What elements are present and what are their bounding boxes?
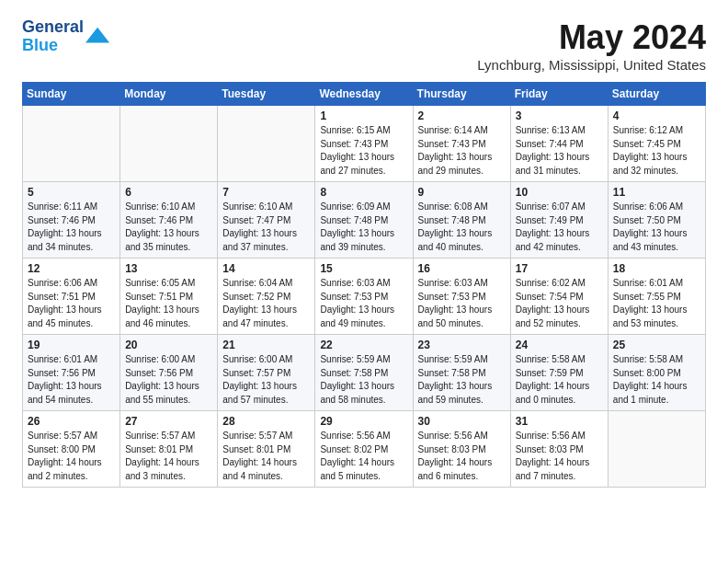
cell-text: Sunrise: 6:09 AMSunset: 7:48 PMDaylight:…: [320, 201, 407, 254]
cell-text: Sunrise: 5:56 AMSunset: 8:03 PMDaylight:…: [418, 430, 506, 483]
calendar-cell: 27Sunrise: 5:57 AMSunset: 8:01 PMDayligh…: [120, 411, 218, 488]
weekday-header-sunday: Sunday: [23, 83, 120, 106]
calendar-cell: 31Sunrise: 5:56 AMSunset: 8:03 PMDayligh…: [510, 411, 608, 488]
location: Lynchburg, Mississippi, United States: [477, 57, 706, 73]
logo-text: GeneralBlue: [22, 18, 84, 55]
cell-text: Sunrise: 5:59 AMSunset: 7:58 PMDaylight:…: [418, 353, 506, 407]
calendar-cell: [23, 106, 120, 182]
calendar-cell: 16Sunrise: 6:03 AMSunset: 7:53 PMDayligh…: [413, 259, 510, 335]
day-number: 21: [222, 339, 310, 351]
logo: GeneralBlue: [22, 18, 111, 55]
cell-text: Sunrise: 6:07 AMSunset: 7:49 PMDaylight:…: [516, 201, 603, 254]
day-number: 22: [320, 339, 407, 351]
day-number: 5: [28, 186, 115, 199]
cell-text: Sunrise: 6:02 AMSunset: 7:54 PMDaylight:…: [516, 277, 603, 330]
day-number: 29: [320, 415, 407, 428]
calendar-cell: 18Sunrise: 6:01 AMSunset: 7:55 PMDayligh…: [608, 259, 705, 335]
calendar-cell: 13Sunrise: 6:05 AMSunset: 7:51 PMDayligh…: [120, 259, 218, 335]
day-number: 18: [613, 262, 700, 275]
cell-text: Sunrise: 6:01 AMSunset: 7:56 PMDaylight:…: [28, 353, 115, 407]
cell-text: Sunrise: 5:57 AMSunset: 8:00 PMDaylight:…: [28, 430, 115, 483]
day-number: 12: [28, 262, 115, 275]
cell-text: Sunrise: 5:57 AMSunset: 8:01 PMDaylight:…: [125, 430, 212, 483]
cell-text: Sunrise: 6:00 AMSunset: 7:56 PMDaylight:…: [125, 353, 212, 407]
cell-text: Sunrise: 6:08 AMSunset: 7:48 PMDaylight:…: [418, 201, 506, 254]
day-number: 14: [222, 262, 310, 275]
month-title: May 2024: [477, 18, 706, 57]
calendar-cell: 1Sunrise: 6:15 AMSunset: 7:43 PMDaylight…: [315, 106, 413, 182]
cell-text: Sunrise: 6:13 AMSunset: 7:44 PMDaylight:…: [516, 124, 603, 178]
day-number: 30: [418, 415, 506, 428]
svg-marker-0: [85, 28, 109, 43]
cell-text: Sunrise: 5:58 AMSunset: 8:00 PMDaylight:…: [613, 353, 700, 407]
day-number: 9: [418, 186, 506, 199]
cell-text: Sunrise: 6:03 AMSunset: 7:53 PMDaylight:…: [320, 277, 407, 330]
calendar-cell: 17Sunrise: 6:02 AMSunset: 7:54 PMDayligh…: [510, 259, 608, 335]
day-number: 23: [418, 339, 506, 351]
cell-text: Sunrise: 6:01 AMSunset: 7:55 PMDaylight:…: [613, 277, 700, 330]
cell-text: Sunrise: 6:12 AMSunset: 7:45 PMDaylight:…: [613, 124, 700, 178]
day-number: 4: [613, 109, 700, 122]
calendar-cell: 11Sunrise: 6:06 AMSunset: 7:50 PMDayligh…: [608, 182, 705, 259]
day-number: 28: [222, 415, 310, 428]
day-number: 10: [516, 186, 603, 199]
cell-text: Sunrise: 6:06 AMSunset: 7:51 PMDaylight:…: [28, 277, 115, 330]
day-number: 13: [125, 262, 212, 275]
calendar-week-row: 26Sunrise: 5:57 AMSunset: 8:00 PMDayligh…: [23, 411, 706, 488]
calendar-cell: 24Sunrise: 5:58 AMSunset: 7:59 PMDayligh…: [510, 335, 608, 411]
day-number: 8: [320, 186, 407, 199]
cell-text: Sunrise: 5:58 AMSunset: 7:59 PMDaylight:…: [516, 353, 603, 407]
cell-text: Sunrise: 6:11 AMSunset: 7:46 PMDaylight:…: [28, 201, 115, 254]
weekday-header-row: SundayMondayTuesdayWednesdayThursdayFrid…: [23, 83, 706, 106]
cell-text: Sunrise: 6:03 AMSunset: 7:53 PMDaylight:…: [418, 277, 506, 330]
calendar-week-row: 5Sunrise: 6:11 AMSunset: 7:46 PMDaylight…: [23, 182, 706, 259]
day-number: 19: [28, 339, 115, 351]
weekday-header-tuesday: Tuesday: [218, 83, 315, 106]
cell-text: Sunrise: 6:04 AMSunset: 7:52 PMDaylight:…: [222, 277, 310, 330]
calendar-cell: 14Sunrise: 6:04 AMSunset: 7:52 PMDayligh…: [218, 259, 315, 335]
calendar-cell: 29Sunrise: 5:56 AMSunset: 8:02 PMDayligh…: [315, 411, 413, 488]
day-number: 1: [320, 109, 407, 122]
day-number: 3: [516, 109, 603, 122]
day-number: 2: [418, 109, 506, 122]
calendar-cell: 8Sunrise: 6:09 AMSunset: 7:48 PMDaylight…: [315, 182, 413, 259]
day-number: 27: [125, 415, 212, 428]
weekday-header-wednesday: Wednesday: [315, 83, 413, 106]
cell-text: Sunrise: 5:56 AMSunset: 8:02 PMDaylight:…: [320, 430, 407, 483]
cell-text: Sunrise: 6:15 AMSunset: 7:43 PMDaylight:…: [320, 124, 407, 178]
calendar-cell: 3Sunrise: 6:13 AMSunset: 7:44 PMDaylight…: [510, 106, 608, 182]
weekday-header-monday: Monday: [120, 83, 218, 106]
calendar-cell: 2Sunrise: 6:14 AMSunset: 7:43 PMDaylight…: [413, 106, 510, 182]
day-number: 24: [516, 339, 603, 351]
cell-text: Sunrise: 6:10 AMSunset: 7:47 PMDaylight:…: [222, 201, 310, 254]
calendar-cell: 30Sunrise: 5:56 AMSunset: 8:03 PMDayligh…: [413, 411, 510, 488]
calendar-cell: [120, 106, 218, 182]
logo-icon: [85, 24, 111, 50]
calendar-week-row: 1Sunrise: 6:15 AMSunset: 7:43 PMDaylight…: [23, 106, 706, 182]
calendar-cell: 5Sunrise: 6:11 AMSunset: 7:46 PMDaylight…: [23, 182, 120, 259]
header: GeneralBlue May 2024 Lynchburg, Mississi…: [22, 18, 706, 73]
calendar-cell: 22Sunrise: 5:59 AMSunset: 7:58 PMDayligh…: [315, 335, 413, 411]
day-number: 16: [418, 262, 506, 275]
weekday-header-saturday: Saturday: [608, 83, 705, 106]
day-number: 20: [125, 339, 212, 351]
calendar-cell: 25Sunrise: 5:58 AMSunset: 8:00 PMDayligh…: [608, 335, 705, 411]
day-number: 7: [222, 186, 310, 199]
calendar-table: SundayMondayTuesdayWednesdayThursdayFrid…: [22, 82, 706, 488]
cell-text: Sunrise: 6:05 AMSunset: 7:51 PMDaylight:…: [125, 277, 212, 330]
cell-text: Sunrise: 6:06 AMSunset: 7:50 PMDaylight:…: [613, 201, 700, 254]
calendar-cell: 6Sunrise: 6:10 AMSunset: 7:46 PMDaylight…: [120, 182, 218, 259]
day-number: 26: [28, 415, 115, 428]
calendar-cell: 9Sunrise: 6:08 AMSunset: 7:48 PMDaylight…: [413, 182, 510, 259]
calendar-cell: [608, 411, 705, 488]
cell-text: Sunrise: 5:59 AMSunset: 7:58 PMDaylight:…: [320, 353, 407, 407]
cell-text: Sunrise: 6:00 AMSunset: 7:57 PMDaylight:…: [222, 353, 310, 407]
calendar-cell: [218, 106, 315, 182]
calendar-cell: 7Sunrise: 6:10 AMSunset: 7:47 PMDaylight…: [218, 182, 315, 259]
cell-text: Sunrise: 5:56 AMSunset: 8:03 PMDaylight:…: [516, 430, 603, 483]
calendar-cell: 28Sunrise: 5:57 AMSunset: 8:01 PMDayligh…: [218, 411, 315, 488]
calendar-cell: 20Sunrise: 6:00 AMSunset: 7:56 PMDayligh…: [120, 335, 218, 411]
weekday-header-thursday: Thursday: [413, 83, 510, 106]
calendar-page: GeneralBlue May 2024 Lynchburg, Mississi…: [0, 0, 728, 502]
cell-text: Sunrise: 5:57 AMSunset: 8:01 PMDaylight:…: [222, 430, 310, 483]
